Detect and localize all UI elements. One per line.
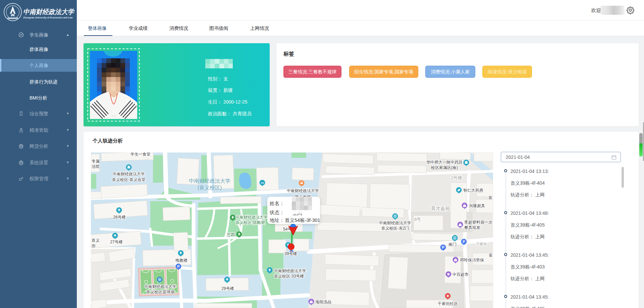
svg-text:邓玲保洁劳保: 邓玲保洁劳保 [460, 258, 484, 262]
svg-text:金放: 金放 [488, 253, 493, 257]
svg-text:中南财经政法大学: 中南财经政法大学 [287, 188, 319, 193]
svg-text:校区家属区(南): 校区家属区(南) [431, 165, 458, 170]
svg-text:P: P [177, 264, 180, 268]
svg-text:2号楼: 2号楼 [451, 175, 462, 180]
svg-text:29号楼: 29号楼 [221, 286, 234, 291]
svg-text:千家街: 千家街 [476, 242, 487, 246]
svg-text:海阳冻品: 海阳冻品 [315, 300, 331, 304]
svg-text:餐具批发: 餐具批发 [464, 225, 480, 230]
svg-text:首义54栋-3f-301: 首义54栋-3f-301 [285, 218, 320, 223]
svg-text:兴隆厨具: 兴隆厨具 [469, 203, 485, 208]
svg-text:首义校区-陈毅塑: 首义校区-陈毅塑 [235, 220, 265, 225]
svg-text:39号楼: 39号楼 [284, 251, 297, 256]
svg-text:状态：: 状态： [269, 210, 284, 215]
svg-text:活馆: 活馆 [92, 164, 100, 169]
svg-text:所: 所 [92, 244, 96, 248]
svg-text:26号楼: 26号楼 [113, 215, 125, 220]
svg-text:(首义校区): (首义校区) [198, 185, 222, 190]
svg-text:李超塑料袋一次: 李超塑料袋一次 [464, 220, 492, 225]
svg-text:ATM: ATM [261, 182, 264, 184]
svg-text:P: P [463, 240, 465, 244]
svg-text:华中师大一附中武昌: 华中师大一附中武昌 [426, 160, 463, 165]
svg-text:智仁大药房: 智仁大药房 [463, 188, 483, 193]
svg-text:地址：: 地址： [269, 218, 284, 223]
svg-text:南门: 南门 [448, 242, 457, 247]
svg-text:专属: 专属 [92, 159, 100, 164]
svg-text:南: 南 [10, 5, 11, 7]
svg-text:中百超市: 中百超市 [452, 272, 469, 277]
svg-text:首义校区-东2门: 首义校区-东2门 [381, 226, 409, 231]
svg-text:首义: 首义 [92, 238, 100, 243]
svg-text:中南财经政法大学: 中南财经政法大学 [144, 284, 176, 289]
svg-text:8号: 8号 [414, 217, 421, 222]
svg-text:首义校区-33号楼: 首义校区-33号楼 [274, 274, 304, 279]
svg-text:中南财经政法大学: 中南财经政法大学 [113, 172, 145, 176]
svg-text:首: 首 [488, 195, 492, 200]
svg-text:育才嘉苑: 育才嘉苑 [431, 206, 450, 211]
svg-text:中南财经政法大学: 中南财经政法大学 [274, 268, 306, 273]
svg-text:首义校区-首义会堂: 首义校区-首义会堂 [112, 177, 146, 182]
svg-text:千家街社区: 千家街社区 [438, 301, 458, 306]
svg-text:学生一食堂: 学生一食堂 [130, 152, 151, 157]
svg-text:电教楼: 电教楼 [175, 258, 187, 263]
svg-text:中南财经政法大学: 中南财经政法大学 [379, 221, 411, 225]
svg-text:中南财经政法大学: 中南财经政法大学 [189, 178, 230, 184]
svg-text:思园: 思园 [227, 232, 235, 237]
svg-text:中南财经政法大学: 中南财经政法大学 [235, 215, 268, 220]
svg-text:首义校区篮球场: 首义校区篮球场 [146, 290, 174, 294]
svg-text:27号楼: 27号楼 [110, 240, 122, 244]
svg-text:P: P [442, 245, 444, 249]
svg-text:姓名：: 姓名： [269, 201, 284, 206]
